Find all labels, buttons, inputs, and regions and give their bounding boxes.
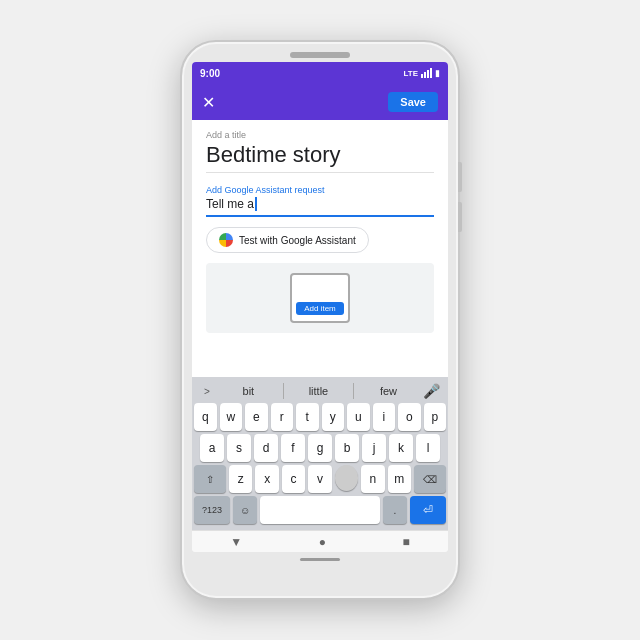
status-bar: 9:00 LTE ▮ <box>192 62 448 84</box>
key-s[interactable]: s <box>227 434 251 462</box>
assistant-field-label: Add Google Assistant request <box>206 185 434 195</box>
battery-icon: ▮ <box>435 68 440 78</box>
test-btn-label: Test with Google Assistant <box>239 235 356 246</box>
lte-icon: LTE <box>403 69 418 78</box>
period-key[interactable]: . <box>383 496 407 524</box>
test-with-assistant-button[interactable]: Test with Google Assistant <box>206 227 369 253</box>
microphone-icon[interactable]: 🎤 <box>423 383 440 399</box>
emoji-key[interactable]: ☺ <box>233 496 257 524</box>
keyboard-bottom-row: ?123 ☺ . ⏎ <box>194 496 446 524</box>
key-v[interactable]: v <box>308 465 331 493</box>
home-indicator <box>300 558 340 561</box>
key-a[interactable]: a <box>200 434 224 462</box>
key-z[interactable]: z <box>229 465 252 493</box>
key-n[interactable]: n <box>361 465 384 493</box>
close-icon[interactable]: ✕ <box>202 93 215 112</box>
signal-bars <box>421 68 432 78</box>
key-d[interactable]: d <box>254 434 278 462</box>
enter-key[interactable]: ⏎ <box>410 496 446 524</box>
numbers-key[interactable]: ?123 <box>194 496 230 524</box>
keyboard-row-2: a s d f g b j k l <box>194 434 446 462</box>
title-field-label: Add a title <box>206 130 434 140</box>
key-f[interactable]: f <box>281 434 305 462</box>
key-l[interactable]: l <box>416 434 440 462</box>
key-t[interactable]: t <box>296 403 319 431</box>
save-button[interactable]: Save <box>388 92 438 112</box>
volume-down-button[interactable] <box>458 202 462 232</box>
key-g[interactable]: g <box>308 434 332 462</box>
assistant-request-input[interactable]: Tell me a <box>206 197 434 217</box>
key-b[interactable] <box>335 465 358 491</box>
key-o[interactable]: o <box>398 403 421 431</box>
key-c[interactable]: c <box>282 465 305 493</box>
suggestion-little[interactable]: little <box>283 383 354 399</box>
back-button[interactable]: ▼ <box>230 535 242 549</box>
preview-area: Add item <box>206 263 434 333</box>
keyboard-row-3: ⇧ z x c v n m ⌫ <box>194 465 446 493</box>
key-e[interactable]: e <box>245 403 268 431</box>
key-x[interactable]: x <box>255 465 278 493</box>
status-icons: LTE ▮ <box>403 68 440 78</box>
key-r[interactable]: r <box>271 403 294 431</box>
key-k[interactable]: k <box>389 434 413 462</box>
key-q[interactable]: q <box>194 403 217 431</box>
expand-suggestions-icon[interactable]: > <box>200 386 214 397</box>
phone-bottom-nav <box>300 556 340 562</box>
title-input[interactable]: Bedtime story <box>206 142 434 173</box>
phone-frame: 9:00 LTE ▮ ✕ Save Add a title Bedtime st… <box>180 40 460 600</box>
key-w[interactable]: w <box>220 403 243 431</box>
recents-button[interactable]: ■ <box>402 535 409 549</box>
key-u[interactable]: u <box>347 403 370 431</box>
phone-speaker <box>290 52 350 58</box>
key-y[interactable]: y <box>322 403 345 431</box>
shift-key[interactable]: ⇧ <box>194 465 226 493</box>
key-m[interactable]: m <box>388 465 411 493</box>
content-area: Add a title Bedtime story Add Google Ass… <box>192 120 448 377</box>
status-time: 9:00 <box>200 68 220 79</box>
top-action-bar: ✕ Save <box>192 84 448 120</box>
keyboard-row-1: q w e r t y u i o p <box>194 403 446 431</box>
phone-screen: 9:00 LTE ▮ ✕ Save Add a title Bedtime st… <box>192 62 448 552</box>
home-button[interactable]: ● <box>319 535 326 549</box>
volume-up-button[interactable] <box>458 162 462 192</box>
google-assistant-icon <box>219 233 233 247</box>
backspace-key[interactable]: ⌫ <box>414 465 446 493</box>
nav-bar: ▼ ● ■ <box>192 530 448 552</box>
keyboard: > bit little few 🎤 q w e r t y u i o p <box>192 377 448 530</box>
space-key[interactable] <box>260 496 380 524</box>
suggestion-bit[interactable]: bit <box>214 383 283 399</box>
preview-box: Add item <box>290 273 350 323</box>
key-p[interactable]: p <box>424 403 447 431</box>
key-j[interactable]: j <box>362 434 386 462</box>
add-item-button[interactable]: Add item <box>296 302 344 315</box>
suggestion-few[interactable]: few <box>354 383 423 399</box>
key-b-row2[interactable]: b <box>335 434 359 462</box>
suggestions-row: > bit little few 🎤 <box>194 381 446 401</box>
key-i[interactable]: i <box>373 403 396 431</box>
